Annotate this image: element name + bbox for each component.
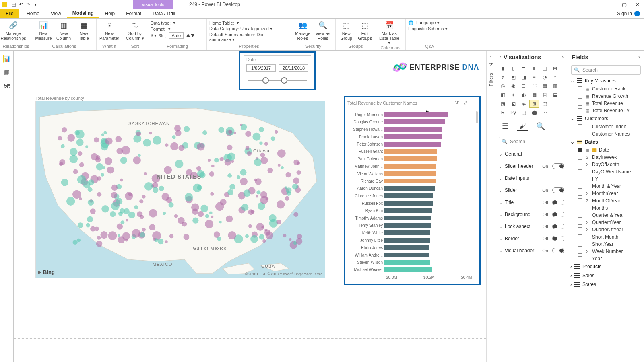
field-week-number[interactable]: ΣWeek Number — [568, 248, 644, 255]
home-table-dropdown[interactable]: ▾ — [237, 20, 239, 25]
field-monthnyear[interactable]: ΣMonthnYear — [568, 190, 644, 197]
viz-type-25[interactable]: ⬕ — [508, 100, 518, 108]
viz-type-12[interactable]: ◎ — [498, 82, 508, 90]
toggle[interactable] — [552, 163, 564, 169]
format-search-input[interactable]: 🔍 Search — [499, 137, 564, 146]
checkbox-icon[interactable] — [578, 124, 582, 129]
format-section-date-inputs[interactable]: ⌄Date inputs — [497, 172, 566, 184]
bar-row[interactable]: Philip Jones — [348, 245, 472, 251]
checkbox-icon[interactable] — [578, 184, 582, 189]
close-icon[interactable]: ✕ — [634, 1, 641, 8]
viz-type-26[interactable]: ◈ — [519, 100, 528, 108]
viz-type-19[interactable]: ⌖ — [508, 91, 518, 99]
report-view-icon[interactable]: 📊 — [3, 55, 11, 63]
checkbox-icon[interactable] — [578, 108, 582, 113]
date-from-input[interactable]: 1/06/2017 — [246, 64, 276, 72]
decimal-auto-box[interactable]: Auto — [169, 32, 184, 39]
bar-row[interactable]: Peter Johnson — [348, 141, 472, 148]
field-shortyear[interactable]: ShortYear — [568, 241, 644, 248]
viz-type-22[interactable]: ⌸ — [540, 91, 549, 99]
checkbox-icon[interactable] — [578, 234, 582, 239]
tab-view[interactable]: View — [45, 9, 67, 18]
table-sales[interactable]: ›Sales — [568, 271, 644, 280]
bar-row[interactable]: Clarence Jones — [348, 193, 472, 199]
tab-home[interactable]: Home — [21, 9, 45, 18]
manage-roles-button[interactable]: 👥ManageRoles — [294, 20, 312, 41]
viz-type-1[interactable]: ▯ — [508, 64, 518, 72]
viz-type-13[interactable]: ◉ — [508, 82, 518, 90]
report-canvas[interactable]: Date 1/06/2017 26/11/2018 🧬 ENTERPRISE D… — [14, 51, 486, 362]
field-dayinweek[interactable]: ΣDayInWeek — [568, 154, 644, 161]
viz-type-3[interactable]: ⫿ — [529, 64, 539, 72]
minimize-icon[interactable]: — — [608, 1, 615, 8]
checkbox-icon[interactable] — [578, 86, 582, 91]
tab-file[interactable]: File — [0, 9, 19, 18]
format-dropdown[interactable]: ▾ — [168, 26, 171, 31]
linguistic-schema-dropdown[interactable]: Linguistic Schema ▾ — [408, 26, 448, 31]
viz-type-32[interactable]: ⬚ — [519, 109, 528, 117]
field-dayofweekname[interactable]: DayOfWeekName — [568, 168, 644, 175]
bar-row[interactable]: Roger Morrison — [348, 111, 472, 118]
toggle[interactable] — [552, 187, 564, 193]
bar-row[interactable]: Timothy Adams — [348, 215, 472, 221]
currency-icon[interactable]: $ ▾ — [151, 33, 157, 38]
bar-row[interactable]: Paul Coleman — [348, 156, 472, 162]
field-short-month[interactable]: Short Month — [568, 233, 644, 241]
checkbox-icon[interactable] — [578, 169, 582, 174]
analytics-magnifier-icon[interactable]: 🔍 — [535, 121, 546, 131]
filter-icon[interactable]: ⧩ — [455, 100, 459, 106]
viz-pane-chevron-icon[interactable]: › — [562, 54, 564, 60]
viz-type-27[interactable]: ⊞ — [529, 100, 539, 108]
viz-type-15[interactable]: ⬚ — [529, 82, 539, 90]
increment-icon[interactable]: ⯅⯆ — [186, 33, 195, 38]
table-states[interactable]: ›States — [568, 280, 644, 289]
new-table-button[interactable]: ▦NewTable — [75, 20, 93, 41]
bar-chart-visual[interactable]: Total Revenue by Customer Names ⧩ ⤢ ⋯ ↖ … — [344, 96, 481, 285]
expand-filters-icon[interactable]: ‹ — [490, 54, 492, 59]
fields-pane-chevron-icon[interactable]: › — [638, 54, 640, 60]
field-date[interactable]: ▦▦Date — [568, 146, 644, 154]
contextual-tab-visual-tools[interactable]: Visual tools — [133, 0, 173, 9]
map-area[interactable]: NITED STATES MEXICO CUBA Gulf of Mexico … — [35, 101, 325, 278]
tab-modeling[interactable]: Modeling — [67, 9, 99, 18]
maximize-icon[interactable]: ▢ — [621, 1, 628, 8]
toggle[interactable] — [552, 248, 564, 253]
bar-row[interactable]: Russell Fox — [348, 200, 472, 207]
format-section-border[interactable]: ⌄BorderOff — [497, 232, 566, 245]
fields-well-icon[interactable]: ☰ — [500, 121, 511, 131]
viz-type-4[interactable]: ◫ — [540, 64, 549, 72]
mark-date-table-button[interactable]: 📅Mark asDate Table ▾ — [378, 20, 400, 45]
data-view-icon[interactable]: ▦ — [3, 68, 11, 76]
checkbox-icon[interactable] — [578, 148, 582, 152]
date-slicer-visual[interactable]: Date 1/06/2017 26/11/2018 — [239, 51, 316, 90]
field-customer-names[interactable]: Customer Names — [568, 130, 644, 138]
page-tab-strip[interactable] — [14, 338, 486, 362]
toggle[interactable] — [552, 236, 564, 241]
new-parameter-button[interactable]: ⎘NewParameter — [99, 20, 120, 41]
viz-type-29[interactable]: T — [550, 100, 560, 108]
bar-row[interactable]: Matthew John... — [348, 163, 472, 170]
model-view-icon[interactable]: 🗺 — [3, 82, 11, 90]
viz-type-18[interactable]: ◧ — [498, 91, 508, 99]
field-monthofyear[interactable]: ΣMonthOfYear — [568, 197, 644, 204]
toggle[interactable] — [552, 200, 564, 205]
bar-row[interactable]: William Andre... — [348, 252, 472, 258]
viz-type-0[interactable]: ▮ — [498, 64, 508, 72]
viz-type-30[interactable]: R — [498, 109, 508, 117]
viz-type-21[interactable]: ▦ — [529, 91, 539, 99]
field-total-revenue[interactable]: ▦Total Revenue — [568, 100, 644, 107]
viz-type-6[interactable]: ⫽ — [498, 73, 508, 81]
viz-type-23[interactable]: ⬓ — [550, 91, 560, 99]
more-options-icon[interactable]: ⋯ — [472, 100, 477, 106]
field-months[interactable]: Months — [568, 204, 644, 212]
field-month-year[interactable]: Month & Year — [568, 183, 644, 190]
field-total-revenue-ly[interactable]: ▦Total Revenue LY — [568, 107, 644, 114]
tab-data-drill[interactable]: Data / Drill — [147, 9, 181, 18]
focus-mode-icon[interactable]: ⤢ — [463, 100, 468, 106]
bar-row[interactable]: Johnny Little — [348, 237, 472, 243]
viz-type-11[interactable]: ○ — [550, 73, 560, 81]
new-column-button[interactable]: ▥NewColumn — [55, 20, 72, 41]
viz-type-2[interactable]: ≣ — [519, 64, 528, 72]
qat-more-icon[interactable]: ▾ — [32, 1, 39, 8]
checkbox-icon[interactable] — [578, 256, 582, 261]
